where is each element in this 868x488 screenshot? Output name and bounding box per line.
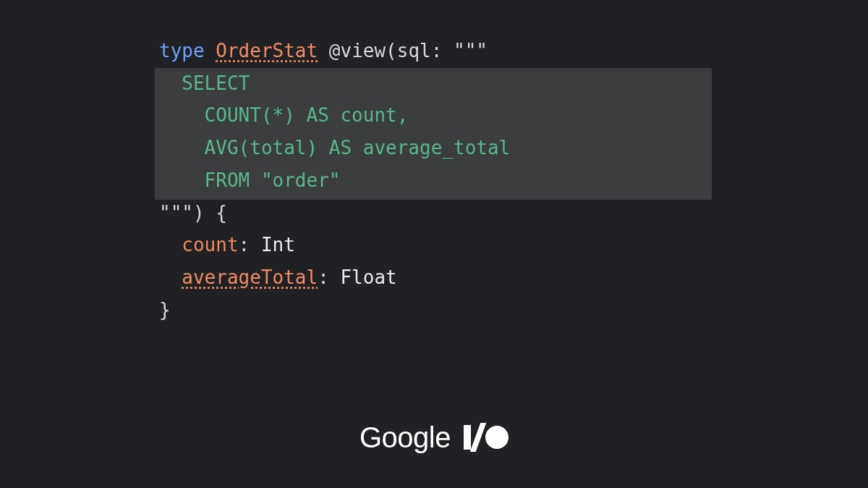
- io-mark: [464, 423, 509, 452]
- code-block: type OrderStat @view(sql: """ SELECT COU…: [159, 35, 510, 326]
- sql-line-count: COUNT(*) AS count,: [159, 104, 408, 126]
- field-type-int: Int: [261, 234, 295, 256]
- code-line-close-brace: }: [159, 299, 171, 321]
- sql-line-select: SELECT: [159, 72, 250, 94]
- field-name-count: count: [182, 234, 238, 256]
- field-count-line: count: Int: [159, 234, 295, 256]
- google-wordmark: Google: [359, 413, 451, 463]
- io-letter-i-icon: [464, 425, 471, 450]
- directive-rest: @view(sql: """: [318, 40, 488, 62]
- io-letter-o-icon: [485, 426, 509, 449]
- slide: type OrderStat @view(sql: """ SELECT COU…: [0, 0, 868, 488]
- code-line-1: type OrderStat @view(sql: """: [159, 40, 488, 62]
- field-name-averagetotal: averageTotal: [182, 266, 318, 288]
- sql-line-from: FROM "order": [159, 169, 340, 191]
- io-slash-icon: [470, 423, 487, 452]
- field-type-float: Float: [340, 266, 396, 288]
- code-line-close-string: """) {: [159, 202, 227, 224]
- google-io-logo: Google: [359, 421, 509, 453]
- keyword-type: type: [159, 40, 205, 62]
- field-averagetotal-line: averageTotal: Float: [159, 266, 397, 288]
- sql-line-avg: AVG(total) AS average_total: [159, 137, 510, 159]
- typename-orderstat: OrderStat: [216, 40, 318, 62]
